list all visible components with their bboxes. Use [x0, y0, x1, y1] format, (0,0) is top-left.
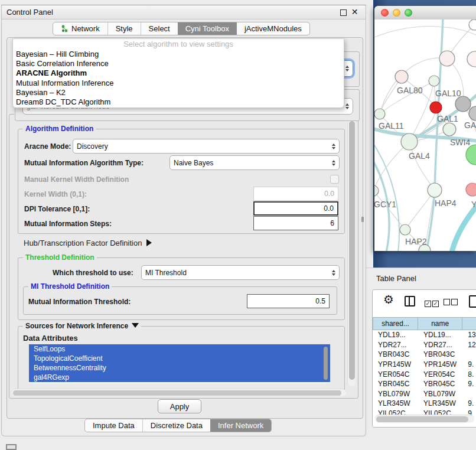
close-icon[interactable]: ✕ [351, 8, 358, 16]
mi-steps-field[interactable]: 6 [253, 216, 338, 230]
tab-infer-network[interactable]: Infer Network [210, 419, 271, 432]
table-row[interactable]: YBR045C YBR045C 9. [373, 379, 476, 389]
new-table-icon[interactable] [469, 295, 476, 308]
tab-network[interactable]: Network [53, 22, 107, 35]
cell-name[interactable]: YLR345W [418, 399, 462, 407]
cell-name[interactable]: YPR145W [418, 360, 462, 369]
popup-item-bayesian-hill-climbing[interactable]: Bayesian – Hill Climbing [13, 50, 344, 59]
cell-name[interactable]: YDL19... [418, 331, 462, 339]
list-item-topologicalcoefficient[interactable]: TopologicalCoefficient [29, 354, 330, 363]
cell-shared-name[interactable]: YBR043C [373, 350, 418, 358]
table-horizontal-scrollbar-thumb[interactable] [376, 416, 468, 422]
node-swi4[interactable] [443, 123, 456, 136]
node-gal11[interactable] [374, 109, 385, 119]
node-gal4[interactable] [401, 133, 418, 150]
which-threshold-combo[interactable]: MI Threshold [141, 265, 340, 280]
cell-name[interactable]: YDR27... [418, 341, 462, 349]
cell-shared-name[interactable]: YDL19... [373, 331, 418, 339]
node-hap2[interactable] [400, 224, 410, 235]
tab-impute-data[interactable]: Impute Data [85, 419, 142, 432]
cell-value[interactable]: 12 [462, 341, 476, 349]
node-gcy1[interactable] [374, 185, 379, 196]
table-row[interactable]: YLR345W YLR345W 9. [373, 399, 476, 409]
cell-value[interactable]: 9. [462, 380, 476, 388]
node-unlabeled-top[interactable] [469, 19, 476, 30]
cell-name[interactable]: YBL079W [418, 390, 462, 398]
sources-legend[interactable]: Sources for Network Inference [23, 322, 141, 331]
list-scrollbar-thumb[interactable] [324, 347, 328, 380]
aracne-mode-combo[interactable]: Discovery [73, 139, 340, 154]
cell-shared-name[interactable]: YLR345W [373, 399, 418, 407]
cell-name[interactable]: YBR045C [418, 380, 462, 388]
mi-threshold-field[interactable]: 0.5 [247, 294, 330, 308]
popup-item-dream8[interactable]: Dream8 DC_TDC Algorithm [13, 97, 344, 107]
dpi-tolerance-field[interactable]: 0.0 [253, 201, 338, 216]
settings-vertical-scrollbar-thumb[interactable] [349, 121, 355, 380]
tab-discretize-data[interactable]: Discretize Data [142, 419, 210, 432]
node-pink-right[interactable] [466, 183, 476, 196]
cell-shared-name[interactable]: YER054C [373, 370, 418, 379]
cell-name[interactable]: YER054C [418, 370, 462, 379]
list-item-selfloops[interactable]: SelfLoops [29, 344, 330, 354]
hub-definition-expander[interactable]: Hub/Transcription Factor Definition [24, 239, 152, 247]
cell-value[interactable]: 9. [462, 360, 476, 369]
table-horizontal-scrollbar[interactable] [375, 415, 474, 423]
node-gray-edge[interactable] [469, 106, 476, 120]
table-row[interactable]: YDL19... YDL19... 13 [373, 330, 476, 340]
cell-value[interactable]: 13 [462, 331, 476, 339]
zoom-traffic-light[interactable] [405, 9, 412, 17]
mi-type-combo[interactable]: Naive Bayes [169, 155, 340, 170]
table-row[interactable]: YDR27... YDR27... 12 [373, 340, 476, 350]
list-item-betweennesscentrality[interactable]: BetweennessCentrality [29, 363, 330, 373]
cell-shared-name[interactable]: YBR045C [373, 380, 418, 388]
select-all-checkboxes-icon[interactable]: ✓✓ [425, 297, 440, 308]
columns-icon[interactable] [405, 296, 415, 306]
settings-vertical-scrollbar[interactable] [347, 119, 356, 386]
apply-button[interactable]: Apply [158, 399, 201, 413]
node-bright-green[interactable] [466, 145, 476, 165]
network-canvas: GAL80 GAL10 GAL1 GAL11 GAL SWI4 GAL4 GCY… [374, 19, 476, 251]
column-header-name[interactable]: name [418, 317, 462, 330]
tab-network-label: Network [71, 24, 100, 33]
minimize-traffic-light[interactable] [393, 9, 400, 17]
mi-threshold-value: 0.5 [315, 297, 325, 305]
popup-item-aracne[interactable]: ARACNE Algorithm [13, 69, 344, 78]
manual-kernel-checkbox[interactable] [330, 175, 339, 184]
popup-item-mutual-information[interactable]: Mutual Information Inference [13, 79, 344, 88]
deselect-all-checkboxes-icon[interactable] [444, 297, 459, 308]
tab-jactivemnodules[interactable]: jActiveMNodules [237, 22, 309, 35]
node-gal10-gray[interactable] [455, 96, 471, 112]
panel-splitter-handle[interactable] [361, 217, 364, 222]
node-pink-edge[interactable] [467, 51, 476, 67]
cell-shared-name[interactable]: YDR27... [373, 341, 418, 349]
list-item-gal4rgexp[interactable]: gal4RGexp [29, 373, 330, 382]
tab-cyni-toolbox[interactable]: Cyni Toolbox [178, 22, 237, 35]
popup-item-bayesian-k2[interactable]: Bayesian – K2 [13, 88, 344, 97]
close-traffic-light[interactable] [381, 9, 389, 17]
cell-name[interactable]: YBR043C [418, 350, 462, 358]
node-small-green[interactable] [429, 76, 439, 86]
cell-value[interactable]: 8. [462, 370, 476, 379]
column-header-partial[interactable] [462, 317, 476, 330]
tab-style[interactable]: Style [107, 22, 141, 35]
table-row[interactable]: YPR145W YPR145W 9. [373, 360, 476, 370]
cell-value[interactable]: 9. [462, 399, 476, 407]
column-header-shared-name[interactable]: shared... [373, 317, 418, 330]
minimized-panel-icon[interactable] [6, 444, 17, 450]
tab-select[interactable]: Select [141, 22, 178, 35]
node-red-gal1[interactable] [430, 102, 442, 113]
node-gal80[interactable] [395, 70, 408, 83]
gear-icon[interactable]: ⚙ [383, 292, 394, 306]
float-window-icon[interactable] [340, 9, 347, 16]
kernel-width-field[interactable]: 0.0 [253, 187, 338, 201]
settings-horizontal-scrollbar-thumb[interactable] [13, 390, 341, 396]
cell-shared-name[interactable]: YBL079W [373, 390, 418, 398]
popup-item-basic-correlation[interactable]: Basic Correlation Inference [13, 59, 344, 69]
node-pink-top[interactable] [439, 51, 455, 66]
table-row[interactable]: YER054C YER054C 8. [373, 369, 476, 379]
settings-horizontal-scrollbar[interactable] [12, 389, 346, 396]
node-hap4[interactable] [428, 183, 442, 197]
cell-shared-name[interactable]: YPR145W [373, 360, 418, 369]
table-row[interactable]: YBL079W YBL079W [373, 389, 476, 399]
table-row[interactable]: YBR043C YBR043C [373, 350, 476, 360]
